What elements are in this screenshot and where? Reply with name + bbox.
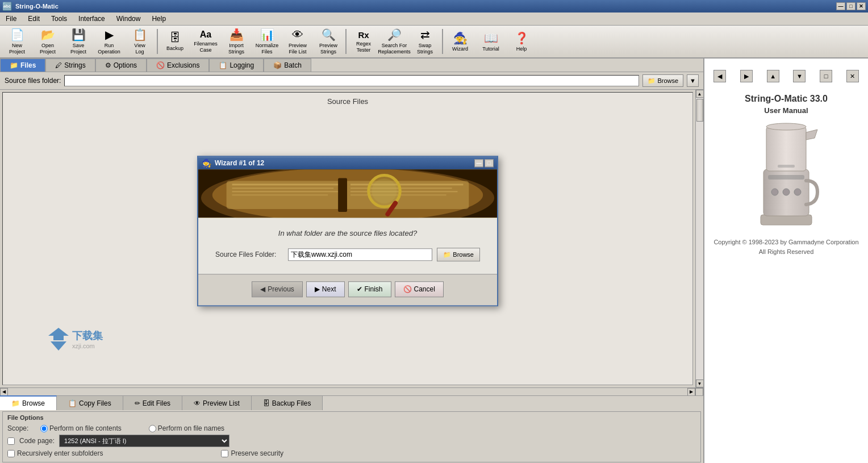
toolbar-normalize-files[interactable]: 📊 NormalizeFiles: [252, 27, 282, 56]
toolbar-save-project[interactable]: 💾 SaveProject: [64, 27, 93, 56]
right-nav-up-button[interactable]: ▲: [767, 70, 779, 82]
open-project-icon: 📂: [41, 28, 55, 41]
right-nav-right-button[interactable]: ▶: [740, 70, 753, 82]
toolbar-swap-strings[interactable]: ⇄ SwapStrings: [410, 27, 440, 56]
view-log-icon: 📋: [133, 28, 147, 41]
source-folder-browse-button[interactable]: 📁 Browse: [642, 74, 683, 87]
source-folder-input[interactable]: [64, 75, 639, 86]
close-button[interactable]: ✕: [857, 2, 866, 10]
menu-edit[interactable]: Edit: [24, 14, 43, 24]
svg-rect-5: [232, 187, 334, 189]
code-page-checkbox[interactable]: [7, 437, 15, 445]
code-page-select[interactable]: 1252 (ANSI - 拉丁语 I): [59, 435, 229, 447]
batch-tab-icon: 📦: [273, 61, 282, 69]
menu-tools[interactable]: Tools: [48, 14, 70, 24]
wizard-buttons: ◀ Previous ▶ Next ✔ Finish 🚫: [198, 274, 497, 305]
bottom-tab-backup-files[interactable]: 🗄 Backup Files: [252, 396, 323, 410]
bottom-tab-edit-files[interactable]: ✏ Edit Files: [123, 396, 182, 410]
scroll-down-button[interactable]: ▼: [696, 379, 704, 387]
h-scrollbar: ◀ ▶: [0, 387, 703, 395]
toolbar-help[interactable]: ❓ Help: [507, 27, 536, 56]
maximize-button[interactable]: □: [846, 2, 856, 10]
preserve-security-checkbox[interactable]: [221, 450, 228, 457]
toolbar-view-log[interactable]: 📋 ViewLog: [125, 27, 155, 56]
source-folder-extra-button[interactable]: ▼: [687, 74, 699, 87]
toolbar-import-strings[interactable]: 📥 ImportStrings: [222, 27, 251, 56]
scroll-left-button[interactable]: ◀: [0, 388, 8, 396]
tab-batch[interactable]: 📦 Batch: [264, 59, 311, 72]
new-project-label: NewProject: [9, 43, 25, 55]
svg-marker-25: [806, 130, 817, 140]
toolbar-search-replacements[interactable]: 🔎 Search ForReplacements: [379, 27, 409, 56]
subfolders-label: Recursively enter subfolders: [17, 449, 103, 457]
wizard-previous-label: Previous: [268, 285, 294, 293]
toolbar-wizard[interactable]: 🧙 Wizard: [445, 27, 475, 56]
toolbar-preview-strings[interactable]: 🔍 PreviewStrings: [314, 27, 343, 56]
options-tab-label: Options: [114, 61, 137, 69]
bottom-tab-copy-files[interactable]: 📋 Copy Files: [57, 396, 123, 410]
right-panel: ◀ ▶ ▲ ▼ □ ✕ String-O-Matic 33.0 User Man…: [703, 59, 868, 463]
menu-window[interactable]: Window: [113, 14, 144, 24]
toolbar-filenames-case[interactable]: Aa FilenamesCase: [191, 27, 220, 56]
svg-rect-20: [768, 175, 804, 180]
wizard-title-text: Wizard #1 of 12: [215, 159, 474, 167]
scroll-track: [696, 98, 703, 379]
wizard-browse-button[interactable]: 📁 Browse: [437, 248, 480, 261]
tab-files[interactable]: 📁 Files: [0, 59, 45, 72]
svg-marker-16: [48, 328, 69, 340]
tab-strings[interactable]: 🖊 Strings: [45, 59, 95, 72]
toolbar-new-project[interactable]: 📄 NewProject: [2, 27, 32, 56]
preview-list-tab-label: Preview List: [203, 399, 240, 407]
toolbar-backup[interactable]: 🗄 Backup: [160, 27, 190, 56]
toolbar-preview-file-list[interactable]: 👁 PreviewFile List: [283, 27, 312, 56]
right-nav-left-button[interactable]: ◀: [713, 70, 726, 82]
svg-marker-17: [51, 341, 66, 351]
bottom-tab-browse[interactable]: 📁 Browse: [0, 395, 57, 410]
menu-interface[interactable]: Interface: [75, 14, 108, 24]
tab-exclusions[interactable]: 🚫 Exclusions: [147, 59, 209, 72]
right-nav-down-button[interactable]: ▼: [793, 70, 806, 82]
manual-copyright: Copyright © 1998-2023 by Gammadyne Corpo…: [713, 237, 858, 256]
scroll-up-button[interactable]: ▲: [696, 90, 704, 98]
extra-browse-icon: ▼: [690, 77, 696, 84]
bottom-tab-preview-list[interactable]: 👁 Preview List: [182, 396, 252, 410]
subfolders-checkbox[interactable]: [7, 450, 15, 457]
wizard-next-button[interactable]: ▶ Next: [306, 281, 345, 297]
menu-file[interactable]: File: [2, 14, 20, 24]
backup-files-tab-label: Backup Files: [272, 399, 311, 407]
code-page-checkbox-label: [7, 437, 15, 445]
wizard-previous-button[interactable]: ◀ Previous: [252, 281, 303, 297]
minimize-button[interactable]: —: [836, 2, 845, 10]
toolbar-tutorial[interactable]: 📖 Tutorial: [476, 27, 506, 56]
right-nav-restore-button[interactable]: □: [820, 70, 832, 82]
wizard-cancel-button[interactable]: 🚫 Cancel: [395, 281, 444, 297]
radio-file-contents[interactable]: [40, 425, 48, 432]
toolbar-open-project[interactable]: 📂 OpenProject: [33, 27, 62, 56]
scroll-right-button[interactable]: ▶: [687, 388, 695, 396]
tab-logging[interactable]: 📋 Logging: [209, 59, 264, 72]
toolbar-regex-tester[interactable]: Rx RegexTester: [349, 27, 378, 56]
wizard-finish-button[interactable]: ✔ Finish: [348, 281, 391, 297]
wizard-maximize-button[interactable]: □: [485, 159, 494, 167]
import-strings-icon: 📥: [229, 28, 244, 41]
wizard-minimize-button[interactable]: —: [474, 159, 483, 167]
logging-tab-label: Logging: [229, 61, 254, 69]
preview-file-list-label: PreviewFile List: [289, 43, 307, 55]
source-folder-label: Source files folder:: [5, 77, 61, 85]
blender-illustration: [746, 124, 826, 226]
edit-files-tab-label: Edit Files: [143, 399, 170, 407]
copyright-text: Copyright © 1998-2023 by Gammadyne Corpo…: [713, 237, 858, 256]
right-nav-close-button[interactable]: ✕: [846, 70, 859, 82]
toolbar-separator-3: [442, 29, 443, 54]
source-folder-row: Source files folder: 📁 Browse ▼: [0, 72, 703, 90]
exclusions-tab-label: Exclusions: [167, 61, 199, 69]
menu-help[interactable]: Help: [148, 14, 169, 24]
tab-options[interactable]: ⚙ Options: [95, 59, 147, 72]
toolbar-run-operation[interactable]: ▶ RunOperation: [94, 27, 124, 56]
radio-file-names[interactable]: [149, 425, 156, 432]
scroll-thumb[interactable]: [696, 99, 703, 122]
svg-rect-6: [232, 191, 340, 192]
wizard-field-input[interactable]: [288, 248, 432, 261]
filenames-case-label: FilenamesCase: [194, 41, 218, 53]
svg-point-21: [771, 189, 778, 195]
